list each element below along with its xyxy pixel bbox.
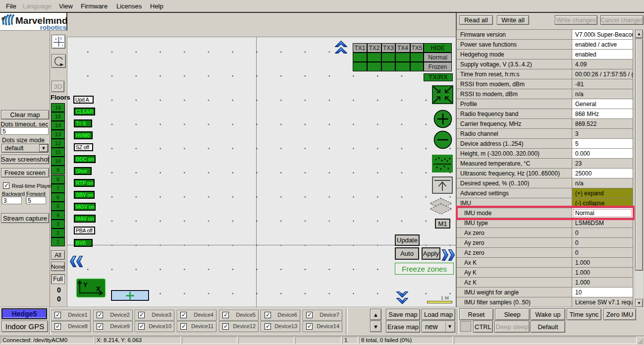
- svg-text:y: y: [60, 36, 62, 40]
- svg-text:X: X: [96, 285, 101, 292]
- svg-text:Y: Y: [83, 281, 88, 288]
- svg-text:x: x: [55, 37, 57, 41]
